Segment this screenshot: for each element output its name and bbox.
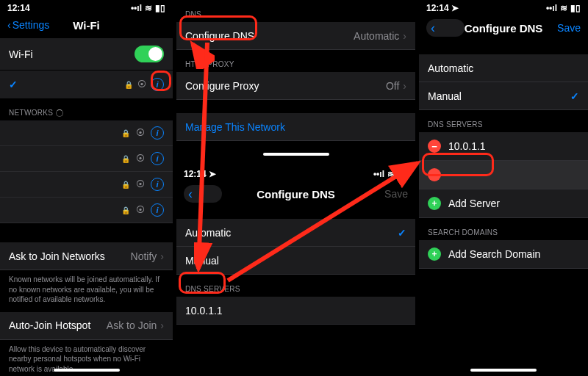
plus-icon[interactable]: + [428,197,441,210]
page-title: Configure DNS [257,188,335,200]
lock-icon: 🔒 [121,181,130,189]
lock-icon: 🔒 [124,81,133,89]
check-icon: ✓ [398,227,406,239]
dns-server-empty-row[interactable]: − [419,161,588,189]
home-indicator[interactable] [470,369,537,372]
nav-bar: ‹ Configure DNS Save [176,181,415,210]
status-bar: 12:14 ••ıl ≋ ▮▯ [0,0,173,15]
option-automatic[interactable]: Automatic ✓ [176,219,415,247]
wifi-signal-icon: ⦿ [136,179,145,189]
signal-icon: ••ıl [546,3,557,13]
battery-icon: ▮▯ [398,169,408,179]
status-time: 12:14 [7,3,30,13]
signal-icon: ••ıl [373,169,384,179]
chevron-right-icon: › [160,319,164,331]
info-icon[interactable]: i [151,203,164,217]
network-row[interactable]: 🔒⦿i [0,198,173,223]
back-button[interactable]: ‹ [184,185,222,203]
signal-icon: ••ıl [131,3,142,13]
chevron-left-icon: ‹ [7,19,11,31]
plus-icon[interactable]: + [428,247,441,261]
page-title: Wi-Fi [73,19,100,32]
back-button[interactable]: ‹ Settings [7,19,49,31]
wifi-toggle-row: Wi-Fi [0,38,173,70]
page-title: Configure DNS [465,22,543,35]
configure-proxy-row[interactable]: Configure Proxy Off› [176,72,415,100]
wifi-label: Wi-Fi [9,48,33,60]
check-icon: ✓ [9,79,18,90]
lock-icon: 🔒 [121,129,130,137]
ask-to-join-row[interactable]: Ask to Join Networks Notify› [0,242,173,270]
domains-header: SEARCH DOMAINS [419,218,588,240]
phone-configure-dns-manual: 12:14 ➤ ••ıl ≋ ▮▯ ‹ Configure DNS Save A… [419,0,588,376]
proxy-header: HTTP PROXY [176,50,415,72]
wifi-signal-icon: ⦿ [136,153,145,164]
battery-icon: ▮▯ [570,3,581,13]
chevron-left-icon: ‹ [188,187,193,202]
phone-configure-dns-sub: 12:14 ➤ ••ıl ≋ ▮▯ ‹ Configure DNS Save A… [176,166,415,325]
wifi-icon: ≋ [387,169,395,179]
servers-header: DNS SERVERS [176,275,415,297]
networks-header: Networks [0,98,173,120]
remove-icon[interactable]: − [428,168,441,181]
wifi-toggle[interactable] [135,46,164,62]
info-icon[interactable]: i [151,126,164,140]
check-icon: ✓ [570,90,579,102]
add-domain-row[interactable]: +Add Search Domain [419,240,588,269]
dns-server-row[interactable]: −10.0.1.1 [419,132,588,161]
info-icon[interactable]: i [151,178,164,191]
auto-join-row[interactable]: Auto-Join Hotspot Ask to Join› [0,312,173,340]
connected-network-row[interactable]: ✓ 🔒 ⦿ i [0,70,173,98]
home-indicator[interactable] [54,369,120,372]
wifi-icon: ≋ [560,3,567,13]
info-icon[interactable]: i [151,152,164,165]
wifi-signal-icon: ⦿ [137,79,146,90]
wifi-signal-icon: ⦿ [136,128,145,138]
network-row[interactable]: 🔒⦿i [0,172,173,198]
option-manual[interactable]: Manual [176,247,415,275]
status-time: 12:14 [426,3,449,13]
save-button[interactable]: Save [384,188,408,200]
phone-wifi-settings: 12:14 ••ıl ≋ ▮▯ ‹ Settings Wi-Fi Wi-Fi ✓… [0,0,173,376]
chevron-right-icon: › [160,250,164,262]
add-server-row[interactable]: +Add Server [419,189,588,218]
back-button[interactable]: ‹ [426,19,465,37]
network-row[interactable]: 🔒⦿i [0,146,173,172]
remove-icon[interactable]: − [428,140,441,153]
network-row[interactable]: 🔒⦿i [0,120,173,146]
dns-server-row: 10.0.1.1 [176,297,415,325]
back-label: Settings [12,19,50,31]
configure-dns-row[interactable]: Configure DNS Automatic› [176,22,415,50]
location-icon: ➤ [209,169,216,179]
status-time: 12:14 [184,169,207,179]
save-button[interactable]: Save [557,22,581,34]
lock-icon: 🔒 [121,155,130,163]
lock-icon: 🔒 [121,206,130,214]
option-automatic[interactable]: Automatic [419,54,588,82]
ask-footnote: Known networks will be joined automatica… [0,270,173,312]
status-bar: 12:14 ➤ ••ıl ≋ ▮▯ [176,166,415,181]
chevron-right-icon: › [403,80,406,92]
phone-network-detail: DNS Configure DNS Automatic› HTTP PROXY … [176,0,415,376]
option-manual[interactable]: Manual ✓ [419,82,588,110]
chevron-left-icon: ‹ [431,21,435,36]
info-icon[interactable]: i [151,78,164,91]
dns-header: DNS [176,0,415,22]
battery-icon: ▮▯ [155,3,165,13]
location-icon: ➤ [451,3,459,13]
manage-network-row[interactable]: Manage This Network [176,113,415,141]
wifi-icon: ≋ [145,3,152,13]
servers-header: DNS SERVERS [419,110,588,132]
status-bar: 12:14 ➤ ••ıl ≋ ▮▯ [419,0,588,15]
nav-bar: ‹ Settings Wi-Fi [0,15,173,38]
home-indicator[interactable] [263,153,329,156]
chevron-right-icon: › [403,30,406,42]
nav-bar: ‹ Configure DNS Save [419,15,588,44]
wifi-signal-icon: ⦿ [136,205,145,215]
spinner-icon [56,109,63,117]
